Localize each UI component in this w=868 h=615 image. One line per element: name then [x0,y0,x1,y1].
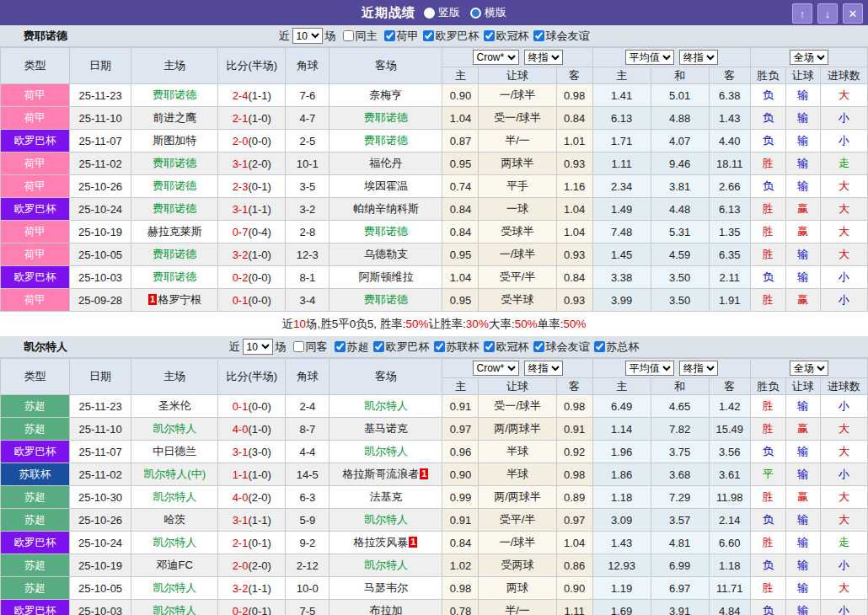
avg-away-odds-cell: 2.11 [709,266,750,289]
avg-draw-odds: 6.97 [669,582,690,595]
corner-cell: 3-5 [286,175,330,198]
corner-count: 7-6 [299,89,315,102]
away-team-cell: 格拉茨风暴1 [330,532,442,554]
same-venue-checkbox[interactable]: 同客 [289,340,328,355]
result-handicap: 输 [797,513,808,526]
avg-home-odds-cell: 3.99 [592,289,651,312]
home-team-name: 凯尔特人(中) [143,468,206,480]
handicap-home-odds-cell: 0.99 [442,486,479,509]
corner-cell: 3-4 [286,289,330,312]
corner-count: 10-1 [297,158,319,170]
league-checkbox-input[interactable] [384,30,395,41]
odds-time-select[interactable]: 终指 [524,50,563,65]
red-card-badge: 1 [420,468,428,479]
league-checkbox[interactable]: 欧罗巴杯 [419,29,480,44]
avg-away-odds: 1.18 [719,559,740,572]
half-time-score: (2-0) [248,491,271,504]
move-down-button[interactable]: ↓ [817,3,838,24]
date-cell: 25-10-26 [70,175,131,198]
league-checkbox[interactable]: 球会友谊 [529,29,590,44]
recent-count-select[interactable]: 10 [292,28,323,44]
same-venue-checkbox-input[interactable] [343,30,354,41]
odds-company-select[interactable]: Crow* [473,50,519,65]
avg-draw-odds: 3.75 [669,446,690,458]
handicap-home-odds: 0.91 [450,400,471,413]
result-handicap: 输 [797,157,808,169]
match-date: 25-10-24 [78,537,122,549]
scope-select[interactable]: 全场 [790,361,828,376]
away-team-cell: 基马诺克 [330,418,442,441]
result-wdl-cell: 胜 [750,395,785,418]
half-time-score: (2-0) [248,559,271,572]
close-button[interactable]: ✕ [843,3,863,24]
avg-draw-odds-cell: 4.48 [651,198,709,221]
vertical-layout-radio[interactable]: 竖版 [424,5,460,20]
games-label: 场 [325,29,336,44]
result-goals: 小 [839,604,849,615]
odds-company-select[interactable]: Crow* [473,361,519,376]
league-checkbox-input[interactable] [484,30,495,41]
result-handicap: 输 [797,581,808,594]
away-team-cell: 布拉加 [330,600,442,615]
handicap-line: 两球半 [501,157,534,169]
date-cell: 25-10-03 [70,266,131,289]
handicap-home-odds-cell: 0.90 [442,463,479,486]
result-wdl-cell: 负 [750,509,785,532]
avg-draw-odds: 4.88 [669,112,690,125]
full-time-score: 2-4 [233,89,249,102]
horizontal-layout-radio[interactable]: 横版 [470,5,506,20]
league-checkbox-input[interactable] [423,30,434,41]
handicap-away-odds-cell: 0.84 [556,266,592,289]
result-wdl: 负 [763,270,774,283]
average-select[interactable]: 平均值 [625,361,674,376]
league-checkbox[interactable]: 苏总杯 [590,340,640,355]
subcol-result-handicap: 让球 [785,67,820,84]
recent-count-select[interactable]: 10 [243,339,273,355]
league-checkbox-input[interactable] [335,341,346,352]
red-card-badge: 1 [409,537,417,548]
subcol-avg-away: 客 [709,378,750,395]
league-checkbox[interactable]: 荷甲 [380,29,419,44]
full-time-score: 0-2 [233,271,249,284]
avg-draw-odds: 3.50 [669,271,690,284]
score-cell: 3-2(1-0) [218,243,286,266]
league-type-label: 苏超 [24,582,46,594]
match-row: 荷甲 25-11-10 前进之鹰 2-1(1-0) 4-7 费耶诺德 1.04 … [1,107,868,130]
league-checkbox-input[interactable] [594,341,605,352]
handicap-home-odds-cell: 0.84 [442,532,479,554]
result-goals-cell: 大 [820,418,867,441]
same-venue-checkbox[interactable]: 同主 [339,29,378,44]
odds-time-select[interactable]: 终指 [524,361,563,376]
average-time-select[interactable]: 终指 [679,50,718,65]
league-checkbox-input[interactable] [373,341,384,352]
subcol-result-goals: 进球数 [820,67,867,84]
result-goals: 小 [839,468,849,480]
league-checkbox-input[interactable] [533,30,544,41]
league-checkbox[interactable]: 苏超 [330,340,369,355]
date-cell: 25-11-07 [70,130,131,152]
league-checkbox[interactable]: 欧罗巴杯 [369,340,430,355]
result-goals-cell: 小 [820,600,867,615]
same-venue-checkbox-input[interactable] [293,341,304,352]
league-checkbox-input[interactable] [434,341,445,352]
scope-select-cell: 全场 [750,359,867,378]
avg-away-odds-cell: 1.42 [709,395,750,418]
league-checkbox-input[interactable] [484,341,495,352]
avg-home-odds-cell: 1.11 [592,152,651,175]
average-time-select[interactable]: 终指 [679,361,718,376]
average-select[interactable]: 平均值 [625,50,674,65]
scope-select[interactable]: 全场 [790,50,828,65]
league-checkbox[interactable]: 苏联杯 [430,340,480,355]
section-header: 凯尔特人 近 10 场 同客 苏超欧罗巴杯苏联杯欧冠杯球会友谊苏总杯 [0,336,868,358]
league-checkbox[interactable]: 欧冠杯 [480,340,529,355]
league-checkbox-input[interactable] [533,341,544,352]
result-goals-cell: 走 [820,152,867,175]
result-goals-cell: 大 [820,175,867,198]
handicap-home-odds-cell: 0.90 [442,84,479,107]
result-wdl: 胜 [763,248,774,260]
league-checkbox[interactable]: 欧冠杯 [480,29,529,44]
league-checkbox[interactable]: 球会友谊 [529,340,590,355]
move-up-button[interactable]: ↑ [792,3,812,24]
handicap-line: 两/两球半 [494,422,541,435]
league-type-cell: 苏超 [1,509,70,532]
